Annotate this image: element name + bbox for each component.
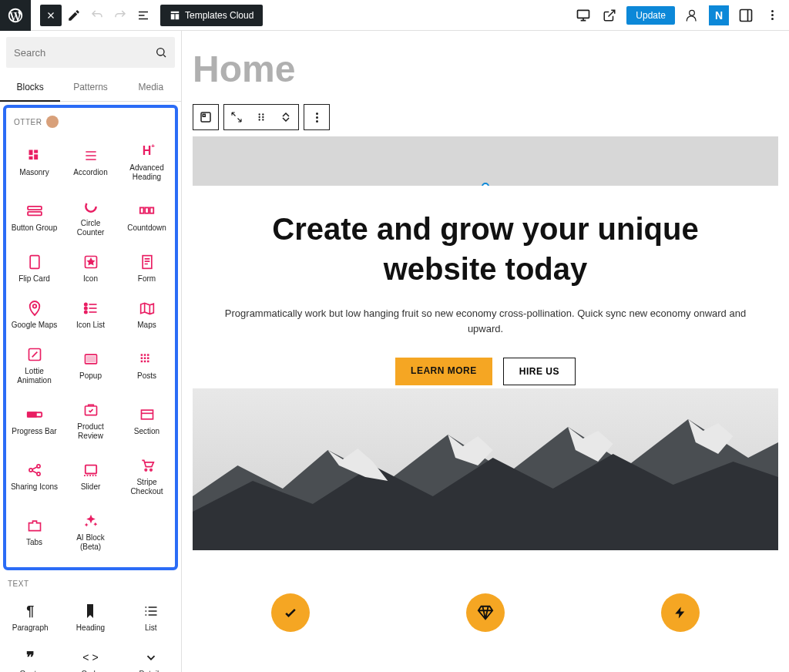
block-product-review[interactable]: Product Review: [62, 393, 119, 449]
block-label: Slider: [81, 482, 101, 492]
block-label: Popup: [79, 371, 102, 381]
drag-handle[interactable]: [249, 105, 274, 129]
tabs-icon: [25, 516, 44, 535]
block-search[interactable]: [6, 37, 175, 68]
block-list[interactable]: List: [121, 594, 181, 640]
cart-icon: [138, 456, 156, 475]
external-link-icon[interactable]: [600, 6, 619, 25]
block-label: Maps: [137, 321, 156, 330]
search-icon: [155, 46, 167, 59]
feature-diamond-icon[interactable]: [466, 593, 505, 632]
block-google-maps[interactable]: Google Maps: [6, 291, 62, 338]
svg-point-46: [262, 113, 264, 115]
list-view-button[interactable]: [133, 5, 154, 26]
block-paragraph[interactable]: ¶Paragraph: [0, 594, 60, 640]
block-code[interactable]: < >Code: [60, 640, 120, 672]
block-section[interactable]: Section: [119, 393, 175, 449]
svg-rect-24: [140, 354, 143, 356]
svg-rect-5: [34, 150, 38, 153]
yoast-icon[interactable]: [683, 6, 701, 25]
view-desktop-icon[interactable]: [574, 6, 593, 25]
block-details[interactable]: Details: [121, 640, 181, 672]
block-toolbar: [182, 104, 789, 136]
details-icon: [142, 648, 160, 667]
block-lottie-animation[interactable]: Lottie Animation: [6, 338, 62, 393]
block-label: Button Group: [12, 223, 57, 233]
svg-rect-44: [203, 114, 205, 116]
svg-point-45: [259, 113, 260, 115]
editor-topbar: Templates Cloud Update N: [0, 0, 789, 31]
block-countdown[interactable]: Countdown: [119, 190, 175, 245]
svg-rect-14: [30, 256, 39, 269]
block-quote[interactable]: ❞Quote: [0, 640, 60, 672]
hire-us-button[interactable]: HIRE US: [503, 358, 576, 385]
block-label: Lottie Animation: [11, 367, 59, 385]
block-posts[interactable]: Posts: [119, 338, 175, 393]
feature-check-icon[interactable]: [271, 593, 310, 632]
list-icon: [82, 299, 100, 318]
block-type-button[interactable]: [193, 105, 218, 129]
block-options-button[interactable]: [304, 105, 329, 129]
tab-patterns[interactable]: Patterns: [60, 74, 120, 101]
block-icon-list[interactable]: Icon List: [62, 291, 119, 338]
options-menu[interactable]: [763, 6, 781, 25]
wordpress-logo[interactable]: [0, 0, 31, 31]
edit-tool-icon[interactable]: [63, 5, 85, 26]
share-icon: [25, 461, 44, 479]
star-icon: [82, 253, 100, 271]
block-stripe-checkout[interactable]: Stripe Checkout: [119, 449, 175, 504]
block-ai-block-beta-[interactable]: AI Block (Beta): [62, 504, 119, 559]
block-maps[interactable]: Maps: [119, 291, 175, 338]
code-icon: < >: [81, 648, 99, 667]
close-inserter-button[interactable]: [40, 5, 62, 26]
learn-more-button[interactable]: LEARN MORE: [395, 358, 492, 385]
block-heading[interactable]: Heading: [60, 594, 120, 640]
block-advanced-heading[interactable]: H+Advanced Heading: [119, 134, 175, 190]
block-sharing-icons[interactable]: Sharing Icons: [6, 449, 62, 504]
block-button-group[interactable]: Button Group: [6, 190, 62, 245]
popup-icon: [82, 350, 100, 368]
block-flip-card[interactable]: Flip Card: [6, 245, 62, 291]
block-accordion[interactable]: Accordion: [62, 134, 119, 190]
block-label: Section: [134, 427, 159, 436]
block-tabs[interactable]: Tabs: [6, 504, 62, 559]
tab-media[interactable]: Media: [121, 74, 181, 101]
svg-rect-40: [85, 465, 96, 474]
svg-point-41: [145, 469, 147, 472]
undo-button[interactable]: [86, 5, 108, 26]
tab-blocks[interactable]: Blocks: [0, 74, 60, 102]
block-popup[interactable]: Popup: [62, 338, 119, 393]
block-progress-bar[interactable]: Progress Bar: [6, 393, 62, 449]
h-icon: H+: [138, 142, 156, 160]
block-slider[interactable]: Slider: [62, 449, 119, 504]
hero-heading[interactable]: Create and grow your unique website toda…: [223, 209, 747, 289]
page-title[interactable]: Home: [182, 31, 789, 104]
slider-icon: [82, 461, 100, 479]
settings-panel-toggle[interactable]: [737, 6, 755, 25]
hero-paragraph[interactable]: Programmatically work but low hanging fr…: [223, 306, 747, 336]
block-form[interactable]: Form: [119, 245, 175, 291]
templates-cloud-button[interactable]: Templates Cloud: [160, 5, 263, 26]
neve-badge[interactable]: N: [709, 5, 729, 25]
tlist-icon: [142, 602, 160, 620]
update-button[interactable]: Update: [626, 6, 675, 25]
move-button[interactable]: [274, 105, 298, 129]
otter-blocks-highlight: OTTER MasonryAccordionH+Advanced Heading…: [3, 105, 178, 570]
feature-bolt-icon[interactable]: [661, 593, 700, 632]
block-masonry[interactable]: Masonry: [6, 134, 62, 190]
fullwidth-button[interactable]: [224, 105, 249, 129]
svg-rect-4: [29, 150, 32, 156]
pin-icon: [25, 299, 44, 318]
search-input[interactable]: [14, 47, 167, 59]
redo-button[interactable]: [109, 5, 131, 26]
features-row: [193, 593, 778, 632]
block-icon[interactable]: Icon: [62, 245, 119, 291]
svg-point-50: [262, 119, 264, 120]
svg-rect-28: [143, 358, 146, 360]
card-icon: [25, 253, 44, 271]
svg-point-1: [690, 10, 695, 15]
hero-section[interactable]: Create and grow your unique website toda…: [193, 136, 778, 550]
block-circle-counter[interactable]: Circle Counter: [62, 190, 119, 245]
block-label: Progress Bar: [12, 427, 56, 436]
block-label: Accordion: [73, 168, 107, 177]
